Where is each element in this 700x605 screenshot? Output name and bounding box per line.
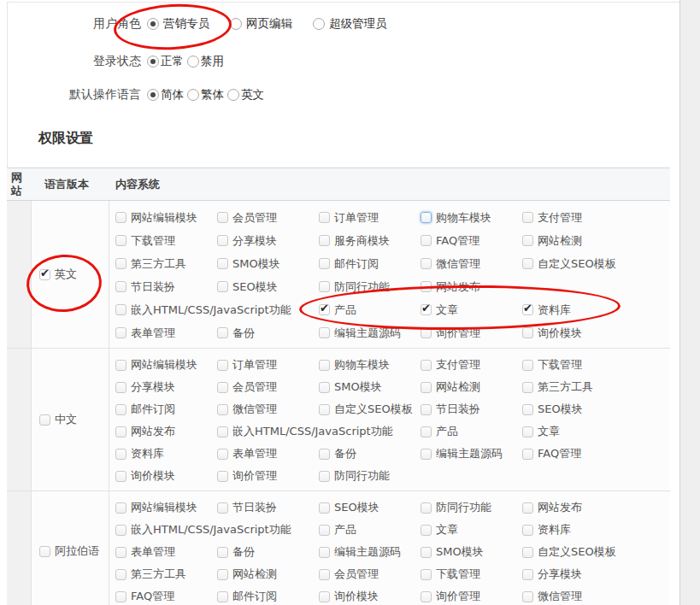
module-checkbox[interactable] [421, 360, 432, 371]
module-item[interactable]: 服务商模块 [319, 233, 421, 249]
module-item[interactable]: 邮件订阅 [217, 589, 319, 604]
module-item[interactable]: SMO模块 [421, 544, 522, 560]
module-checkbox[interactable] [319, 281, 330, 292]
module-checkbox[interactable] [115, 471, 126, 482]
radio-option[interactable]: 禁用 [187, 54, 224, 69]
module-item[interactable]: 备份 [319, 446, 421, 461]
module-checkbox[interactable] [319, 547, 330, 558]
module-item[interactable]: SEO模块 [522, 402, 624, 417]
module-checkbox[interactable] [217, 235, 228, 246]
module-item[interactable]: 编辑主题源码 [421, 446, 522, 461]
module-item[interactable]: 询价模块 [319, 589, 421, 604]
radio-option[interactable]: 简体 [147, 87, 184, 103]
module-item[interactable]: 订单管理 [319, 210, 421, 226]
module-checkbox[interactable] [217, 404, 228, 415]
module-checkbox[interactable] [522, 449, 533, 460]
module-checkbox[interactable] [421, 235, 432, 246]
module-item[interactable]: 节日装扮 [217, 500, 319, 515]
module-item[interactable]: 网站检测 [522, 233, 624, 249]
module-item[interactable]: 表单管理 [115, 326, 217, 341]
module-checkbox[interactable] [115, 382, 126, 393]
module-item[interactable]: 网站发布 [115, 424, 217, 439]
module-checkbox[interactable] [319, 360, 330, 371]
module-checkbox[interactable] [522, 258, 533, 269]
module-item[interactable]: 网站发布 [421, 279, 522, 295]
module-item[interactable]: 备份 [217, 544, 319, 560]
module-item[interactable]: 自定义SEO模板 [319, 402, 421, 417]
module-item[interactable]: 自定义SEO模板 [522, 544, 624, 560]
module-checkbox[interactable] [115, 525, 126, 536]
radio-icon[interactable] [147, 56, 159, 68]
module-checkbox[interactable] [115, 304, 126, 315]
module-item[interactable]: 网站编辑模块 [115, 210, 217, 226]
module-checkbox[interactable] [319, 591, 330, 602]
module-checkbox[interactable] [421, 281, 432, 292]
module-item[interactable]: 网站发布 [522, 500, 624, 515]
module-checkbox[interactable] [217, 327, 228, 338]
module-item[interactable]: 微信管理 [217, 402, 319, 417]
module-item[interactable]: 文章 [421, 522, 522, 537]
module-item[interactable]: 编辑主题源码 [319, 326, 421, 341]
module-checkbox[interactable] [522, 426, 533, 438]
module-item[interactable]: 产品 [421, 424, 522, 439]
module-checkbox[interactable] [522, 235, 533, 246]
module-checkbox[interactable] [421, 547, 432, 558]
module-checkbox[interactable] [217, 591, 228, 602]
module-checkbox[interactable] [115, 449, 126, 460]
module-checkbox[interactable] [217, 382, 228, 393]
module-checkbox[interactable] [522, 525, 533, 536]
module-item[interactable]: 第三方工具 [522, 379, 624, 395]
module-checkbox[interactable] [319, 502, 330, 514]
language-checkbox[interactable] [39, 269, 50, 280]
radio-icon[interactable] [187, 56, 199, 68]
radio-option[interactable]: 繁体 [187, 87, 224, 103]
module-item[interactable]: 邮件订阅 [319, 256, 421, 272]
module-item[interactable]: SEO模块 [217, 279, 319, 295]
module-item[interactable]: FAQ管理 [522, 446, 624, 461]
module-item[interactable]: 产品 [319, 522, 421, 537]
module-checkbox[interactable] [115, 360, 126, 371]
module-item[interactable]: 支付管理 [522, 210, 624, 226]
language-checkbox[interactable] [39, 546, 50, 557]
module-item[interactable]: 微信管理 [421, 256, 522, 272]
module-checkbox[interactable] [421, 502, 432, 514]
module-checkbox[interactable] [115, 426, 126, 438]
module-checkbox[interactable] [217, 281, 228, 292]
module-item[interactable]: 网站编辑模块 [115, 357, 217, 373]
radio-option[interactable]: 正常 [147, 54, 184, 69]
module-item[interactable]: 微信管理 [522, 589, 624, 604]
module-checkbox[interactable] [115, 212, 126, 223]
module-item[interactable]: SMO模块 [319, 379, 421, 395]
module-checkbox[interactable] [217, 502, 228, 514]
module-item[interactable]: 嵌入HTML/CSS/JavaScript功能 [115, 302, 319, 318]
module-item[interactable]: 询价管理 [217, 468, 319, 484]
module-item[interactable]: 节日装扮 [421, 402, 522, 417]
module-item[interactable]: 询价管理 [421, 326, 522, 341]
module-checkbox[interactable] [319, 382, 330, 393]
module-item[interactable]: 产品 [319, 302, 421, 318]
module-item[interactable]: 资料库 [522, 522, 624, 537]
module-checkbox[interactable] [421, 258, 432, 269]
module-checkbox[interactable] [522, 569, 533, 580]
module-item[interactable]: 第三方工具 [115, 567, 217, 582]
module-checkbox[interactable] [421, 382, 432, 393]
module-checkbox[interactable] [319, 327, 330, 338]
module-checkbox[interactable] [115, 547, 126, 558]
module-item[interactable]: 表单管理 [115, 544, 217, 560]
module-item[interactable]: 分享模块 [115, 379, 217, 395]
radio-option[interactable]: 网页编辑 [230, 16, 292, 32]
module-checkbox[interactable] [421, 304, 432, 315]
language-checkbox[interactable] [39, 414, 50, 426]
module-item[interactable]: 自定义SEO模板 [522, 256, 624, 272]
module-checkbox[interactable] [319, 258, 330, 269]
module-item[interactable]: 文章 [421, 302, 522, 318]
radio-icon[interactable] [313, 18, 325, 30]
module-item[interactable]: 会员管理 [217, 379, 319, 395]
module-checkbox[interactable] [319, 569, 330, 580]
module-item[interactable]: 嵌入HTML/CSS/JavaScript功能 [217, 424, 421, 439]
module-checkbox[interactable] [217, 212, 228, 223]
module-item[interactable]: FAQ管理 [115, 589, 217, 604]
radio-icon[interactable] [147, 18, 159, 30]
radio-option[interactable]: 营销专员 [147, 16, 209, 32]
module-checkbox[interactable] [217, 569, 228, 580]
